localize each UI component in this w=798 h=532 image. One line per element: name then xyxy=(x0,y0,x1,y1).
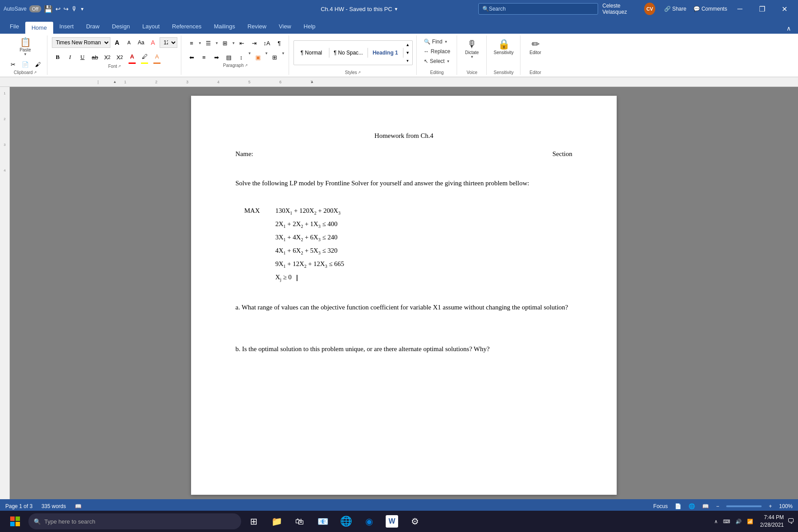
minimize-button[interactable]: ─ xyxy=(730,2,750,16)
numbering-dropdown[interactable]: ▼ xyxy=(215,41,219,45)
find-button[interactable]: 🔍 Find ▼ xyxy=(421,37,450,46)
volume-icon[interactable]: 🔊 xyxy=(735,519,742,524)
bold-button[interactable]: B xyxy=(52,51,63,63)
autosave-icon[interactable]: 🎙 xyxy=(71,5,78,12)
paste-button[interactable]: 📋 Paste ▼ xyxy=(15,35,36,58)
decrease-indent-button[interactable]: ⇤ xyxy=(236,37,248,49)
line-spacing-button[interactable]: ↕ xyxy=(235,51,247,63)
doc-title-dropdown[interactable]: ▼ xyxy=(394,7,399,12)
style-heading1[interactable]: Heading 1 xyxy=(368,48,403,58)
style-no-spacing[interactable]: ¶ No Spac... xyxy=(329,48,368,58)
clock[interactable]: 7:44 PM 2/28/2021 xyxy=(760,514,784,529)
mail-button[interactable]: 📧 xyxy=(312,511,333,532)
zoom-out-icon[interactable]: − xyxy=(716,503,719,509)
underline-button[interactable]: U xyxy=(77,51,88,63)
align-center-button[interactable]: ≡ xyxy=(198,51,210,63)
focus-button[interactable]: Focus xyxy=(653,503,668,509)
multilevel-dropdown[interactable]: ▼ xyxy=(232,41,235,45)
tab-design[interactable]: Design xyxy=(106,20,136,34)
font-color-button[interactable]: A xyxy=(126,51,138,63)
styles-scroll-up[interactable]: ▲ xyxy=(403,41,412,49)
avatar[interactable]: CV xyxy=(644,3,655,15)
select-button[interactable]: ↖ Select ▼ xyxy=(421,57,453,66)
styles-dialog-launcher[interactable]: ↗ xyxy=(358,70,361,74)
find-dropdown[interactable]: ▼ xyxy=(444,40,448,44)
tab-file[interactable]: File xyxy=(4,20,25,34)
increase-indent-button[interactable]: ⇥ xyxy=(249,37,260,49)
proofing-icon[interactable]: 📖 xyxy=(75,503,82,509)
task-view-button[interactable]: ⊞ xyxy=(243,511,264,532)
superscript-button[interactable]: X2 xyxy=(114,51,125,63)
change-case-button[interactable]: Aa xyxy=(136,37,146,48)
file-explorer-button[interactable]: 📁 xyxy=(266,511,287,532)
bullets-dropdown[interactable]: ▼ xyxy=(198,41,202,45)
tab-review[interactable]: Review xyxy=(241,20,273,34)
replace-button[interactable]: ↔ Replace xyxy=(421,47,453,56)
styles-more[interactable]: ▾ xyxy=(403,57,412,65)
title-search-bar[interactable]: 🔍 Search xyxy=(478,3,598,15)
restore-button[interactable]: ❐ xyxy=(752,2,772,16)
zoom-slider[interactable] xyxy=(726,505,762,507)
autosave-toggle[interactable]: Off xyxy=(29,5,41,12)
cortana-button[interactable]: ◉ xyxy=(358,511,379,532)
tab-layout[interactable]: Layout xyxy=(136,20,166,34)
edge-button[interactable]: 🌐 xyxy=(335,511,356,532)
font-dialog-launcher[interactable]: ↗ xyxy=(118,64,121,68)
select-dropdown[interactable]: ▼ xyxy=(446,59,450,63)
notification-button[interactable]: 🗨 xyxy=(787,517,794,525)
align-left-button[interactable]: ⬅ xyxy=(186,51,197,63)
shading-para-button[interactable]: ▣ xyxy=(252,51,264,63)
comments-button[interactable]: 💬 Comments xyxy=(692,2,728,16)
bullets-button[interactable]: ≡ xyxy=(186,37,197,49)
quick-access-dropdown[interactable]: ▼ xyxy=(80,7,85,12)
borders-button[interactable]: ⊞ xyxy=(269,51,281,63)
subscript-button[interactable]: X2 xyxy=(102,51,113,63)
tab-draw[interactable]: Draw xyxy=(80,20,106,34)
font-size-grow[interactable]: A xyxy=(112,37,122,48)
paragraph-dialog-launcher[interactable]: ↗ xyxy=(245,63,248,67)
word-icon[interactable]: W xyxy=(381,511,403,532)
tray-chevron[interactable]: ∧ xyxy=(714,519,718,524)
close-button[interactable]: ✕ xyxy=(774,2,794,16)
justify-button[interactable]: ▤ xyxy=(223,51,235,63)
cut-button[interactable]: ✂ xyxy=(7,59,19,70)
zoom-in-icon[interactable]: + xyxy=(769,503,772,509)
settings-button[interactable]: ⚙ xyxy=(404,511,426,532)
doc-area[interactable]: Homework from Ch.4 Name: Section Solve t… xyxy=(10,87,798,499)
web-layout-icon[interactable]: 🌐 xyxy=(688,503,695,509)
tab-insert[interactable]: Insert xyxy=(53,20,80,34)
multilevel-button[interactable]: ⊞ xyxy=(219,37,231,49)
tab-references[interactable]: References xyxy=(166,20,207,34)
network-icon[interactable]: 📶 xyxy=(747,519,753,524)
borders-dropdown[interactable]: ▼ xyxy=(282,51,285,63)
document-page[interactable]: Homework from Ch.4 Name: Section Solve t… xyxy=(191,96,617,495)
editor-button[interactable]: ✏ Editor xyxy=(525,37,546,56)
undo-icon[interactable]: ↩ xyxy=(55,5,61,12)
dictate-button[interactable]: 🎙 Dictate ▼ xyxy=(462,37,483,60)
shading-dropdown[interactable]: ▼ xyxy=(265,51,268,63)
highlight-button[interactable]: 🖊 xyxy=(139,51,150,63)
font-size-select[interactable]: 12 xyxy=(160,37,177,48)
print-layout-icon[interactable]: 📄 xyxy=(675,503,681,509)
tab-view[interactable]: View xyxy=(273,20,297,34)
font-name-select[interactable]: Times New Roman xyxy=(52,37,110,48)
italic-button[interactable]: I xyxy=(64,51,76,63)
numbering-button[interactable]: ☰ xyxy=(203,37,214,49)
show-marks-button[interactable]: ¶ xyxy=(274,37,285,49)
styles-scroll-down[interactable]: ▼ xyxy=(403,49,412,57)
store-button[interactable]: 🛍 xyxy=(289,511,310,532)
tab-help[interactable]: Help xyxy=(297,20,322,34)
format-painter-button[interactable]: 🖌 xyxy=(32,59,43,70)
shading-button[interactable]: A xyxy=(151,51,163,62)
redo-icon[interactable]: ↪ xyxy=(63,5,69,12)
line-spacing-dropdown[interactable]: ▼ xyxy=(248,51,251,63)
start-button[interactable] xyxy=(4,511,27,532)
clipboard-dialog-launcher[interactable]: ↗ xyxy=(34,70,37,74)
ribbon-collapse[interactable]: ∧ xyxy=(783,23,794,34)
clear-formatting-button[interactable]: A xyxy=(148,37,158,48)
align-right-button[interactable]: ➡ xyxy=(211,51,222,63)
tab-mailings[interactable]: Mailings xyxy=(208,20,242,34)
save-icon[interactable]: 💾 xyxy=(44,5,53,13)
tab-home[interactable]: Home xyxy=(25,22,53,34)
dictate-dropdown[interactable]: ▼ xyxy=(470,55,474,59)
